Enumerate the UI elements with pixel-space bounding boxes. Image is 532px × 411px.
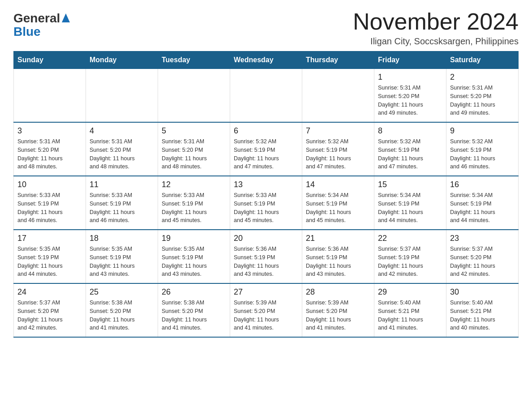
day-info-text: Sunrise: 5:32 AM Sunset: 5:19 PM Dayligh… <box>378 137 442 171</box>
calendar-day-cell: 14Sunrise: 5:34 AM Sunset: 5:19 PM Dayli… <box>302 176 374 230</box>
day-info-text: Sunrise: 5:33 AM Sunset: 5:19 PM Dayligh… <box>90 191 154 225</box>
day-number: 7 <box>306 126 370 136</box>
day-info-text: Sunrise: 5:38 AM Sunset: 5:20 PM Dayligh… <box>90 299 154 332</box>
day-number: 26 <box>162 287 226 297</box>
day-number: 28 <box>306 287 370 297</box>
calendar-day-cell: 3Sunrise: 5:31 AM Sunset: 5:20 PM Daylig… <box>14 122 86 176</box>
day-number: 29 <box>378 287 442 297</box>
day-number: 18 <box>90 234 154 243</box>
day-info-text: Sunrise: 5:34 AM Sunset: 5:19 PM Dayligh… <box>306 191 370 225</box>
calendar-day-cell: 17Sunrise: 5:35 AM Sunset: 5:19 PM Dayli… <box>14 230 86 283</box>
calendar-week-row: 24Sunrise: 5:37 AM Sunset: 5:20 PM Dayli… <box>14 283 519 337</box>
day-number: 24 <box>17 287 82 297</box>
calendar-day-cell: 23Sunrise: 5:37 AM Sunset: 5:20 PM Dayli… <box>446 230 519 283</box>
calendar-day-cell <box>302 69 374 123</box>
calendar-day-cell: 8Sunrise: 5:32 AM Sunset: 5:19 PM Daylig… <box>374 122 446 176</box>
day-info-text: Sunrise: 5:39 AM Sunset: 5:20 PM Dayligh… <box>306 299 370 332</box>
logo-blue-text: Blue <box>13 26 70 38</box>
svg-marker-0 <box>62 13 70 22</box>
location-text: Iligan City, Soccsksargen, Philippines <box>353 36 519 47</box>
day-number: 1 <box>378 73 442 82</box>
day-of-week-header: Monday <box>86 51 158 69</box>
day-number: 23 <box>450 234 515 243</box>
day-info-text: Sunrise: 5:34 AM Sunset: 5:19 PM Dayligh… <box>378 191 442 225</box>
day-number: 6 <box>234 126 298 136</box>
day-number: 16 <box>450 180 515 189</box>
day-number: 25 <box>90 287 154 297</box>
day-info-text: Sunrise: 5:37 AM Sunset: 5:20 PM Dayligh… <box>450 245 515 278</box>
calendar-day-cell <box>14 69 86 123</box>
day-number: 13 <box>234 180 298 189</box>
day-number: 12 <box>162 180 226 189</box>
day-number: 4 <box>90 126 154 136</box>
day-info-text: Sunrise: 5:31 AM Sunset: 5:20 PM Dayligh… <box>90 137 154 171</box>
calendar-day-cell: 27Sunrise: 5:39 AM Sunset: 5:20 PM Dayli… <box>230 283 302 337</box>
day-number: 11 <box>90 180 154 189</box>
logo-general-text: General <box>13 11 60 26</box>
day-number: 20 <box>234 234 298 243</box>
calendar-header-row: SundayMondayTuesdayWednesdayThursdayFrid… <box>14 51 519 69</box>
calendar-day-cell: 24Sunrise: 5:37 AM Sunset: 5:20 PM Dayli… <box>14 283 86 337</box>
calendar-day-cell: 2Sunrise: 5:31 AM Sunset: 5:20 PM Daylig… <box>446 69 519 123</box>
day-number: 2 <box>450 73 515 82</box>
day-info-text: Sunrise: 5:35 AM Sunset: 5:19 PM Dayligh… <box>17 245 82 278</box>
day-number: 17 <box>17 234 82 243</box>
day-info-text: Sunrise: 5:36 AM Sunset: 5:19 PM Dayligh… <box>234 245 298 278</box>
calendar-day-cell: 13Sunrise: 5:33 AM Sunset: 5:19 PM Dayli… <box>230 176 302 230</box>
calendar-day-cell: 30Sunrise: 5:40 AM Sunset: 5:21 PM Dayli… <box>446 283 519 337</box>
day-info-text: Sunrise: 5:32 AM Sunset: 5:19 PM Dayligh… <box>306 137 370 171</box>
calendar-day-cell: 4Sunrise: 5:31 AM Sunset: 5:20 PM Daylig… <box>86 122 158 176</box>
logo-triangle-icon <box>62 13 70 24</box>
day-number: 15 <box>378 180 442 189</box>
title-section: November 2024 Iligan City, Soccsksargen,… <box>353 9 519 47</box>
day-of-week-header: Sunday <box>14 51 86 69</box>
calendar-day-cell: 6Sunrise: 5:32 AM Sunset: 5:19 PM Daylig… <box>230 122 302 176</box>
calendar-day-cell: 7Sunrise: 5:32 AM Sunset: 5:19 PM Daylig… <box>302 122 374 176</box>
day-number: 5 <box>162 126 226 136</box>
day-number: 19 <box>162 234 226 243</box>
day-number: 10 <box>17 180 82 189</box>
day-info-text: Sunrise: 5:32 AM Sunset: 5:19 PM Dayligh… <box>234 137 298 171</box>
day-info-text: Sunrise: 5:31 AM Sunset: 5:20 PM Dayligh… <box>17 137 82 171</box>
calendar-day-cell: 16Sunrise: 5:34 AM Sunset: 5:19 PM Dayli… <box>446 176 519 230</box>
day-info-text: Sunrise: 5:37 AM Sunset: 5:20 PM Dayligh… <box>17 299 82 332</box>
calendar-day-cell: 29Sunrise: 5:40 AM Sunset: 5:21 PM Dayli… <box>374 283 446 337</box>
day-info-text: Sunrise: 5:38 AM Sunset: 5:20 PM Dayligh… <box>162 299 226 332</box>
logo: General Blue <box>13 9 70 38</box>
day-info-text: Sunrise: 5:40 AM Sunset: 5:21 PM Dayligh… <box>378 299 442 332</box>
calendar-day-cell: 10Sunrise: 5:33 AM Sunset: 5:19 PM Dayli… <box>14 176 86 230</box>
day-info-text: Sunrise: 5:40 AM Sunset: 5:21 PM Dayligh… <box>450 299 515 332</box>
calendar-day-cell: 18Sunrise: 5:35 AM Sunset: 5:19 PM Dayli… <box>86 230 158 283</box>
day-info-text: Sunrise: 5:33 AM Sunset: 5:19 PM Dayligh… <box>162 191 226 225</box>
day-info-text: Sunrise: 5:34 AM Sunset: 5:19 PM Dayligh… <box>450 191 515 225</box>
day-number: 22 <box>378 234 442 243</box>
calendar-day-cell: 28Sunrise: 5:39 AM Sunset: 5:20 PM Dayli… <box>302 283 374 337</box>
day-of-week-header: Friday <box>374 51 446 69</box>
day-of-week-header: Wednesday <box>230 51 302 69</box>
day-of-week-header: Thursday <box>302 51 374 69</box>
day-info-text: Sunrise: 5:35 AM Sunset: 5:19 PM Dayligh… <box>90 245 154 278</box>
calendar-day-cell: 12Sunrise: 5:33 AM Sunset: 5:19 PM Dayli… <box>158 176 230 230</box>
day-info-text: Sunrise: 5:35 AM Sunset: 5:19 PM Dayligh… <box>162 245 226 278</box>
day-info-text: Sunrise: 5:32 AM Sunset: 5:19 PM Dayligh… <box>450 137 515 171</box>
day-of-week-header: Tuesday <box>158 51 230 69</box>
day-info-text: Sunrise: 5:31 AM Sunset: 5:20 PM Dayligh… <box>378 84 442 117</box>
day-info-text: Sunrise: 5:33 AM Sunset: 5:19 PM Dayligh… <box>234 191 298 225</box>
day-number: 30 <box>450 287 515 297</box>
day-info-text: Sunrise: 5:31 AM Sunset: 5:20 PM Dayligh… <box>450 84 515 117</box>
day-info-text: Sunrise: 5:39 AM Sunset: 5:20 PM Dayligh… <box>234 299 298 332</box>
day-number: 27 <box>234 287 298 297</box>
calendar-day-cell: 20Sunrise: 5:36 AM Sunset: 5:19 PM Dayli… <box>230 230 302 283</box>
calendar-day-cell: 25Sunrise: 5:38 AM Sunset: 5:20 PM Dayli… <box>86 283 158 337</box>
month-title: November 2024 <box>353 9 519 34</box>
calendar-day-cell <box>86 69 158 123</box>
day-number: 21 <box>306 234 370 243</box>
day-number: 3 <box>17 126 82 136</box>
page-header: General Blue November 2024 Iligan City, … <box>13 9 519 47</box>
calendar-day-cell <box>230 69 302 123</box>
day-info-text: Sunrise: 5:36 AM Sunset: 5:19 PM Dayligh… <box>306 245 370 278</box>
calendar-week-row: 17Sunrise: 5:35 AM Sunset: 5:19 PM Dayli… <box>14 230 519 283</box>
day-info-text: Sunrise: 5:31 AM Sunset: 5:20 PM Dayligh… <box>162 137 226 171</box>
day-info-text: Sunrise: 5:37 AM Sunset: 5:19 PM Dayligh… <box>378 245 442 278</box>
calendar-day-cell: 1Sunrise: 5:31 AM Sunset: 5:20 PM Daylig… <box>374 69 446 123</box>
